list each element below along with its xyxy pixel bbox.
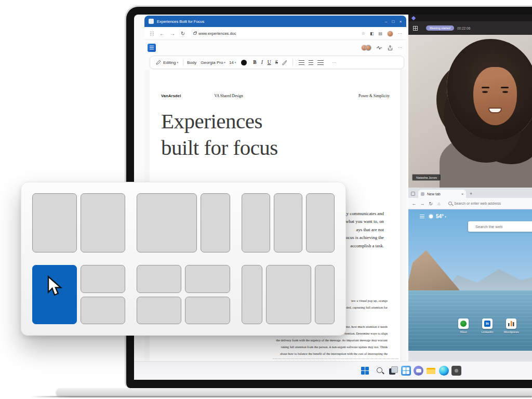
extensions-icon[interactable]: ◧ bbox=[370, 31, 374, 36]
doc-window-title: Experiences Built for Focus bbox=[157, 19, 204, 24]
forward-icon[interactable]: → bbox=[167, 31, 178, 36]
snap-cell[interactable] bbox=[81, 265, 125, 293]
home-icon[interactable]: ⌂ bbox=[435, 201, 443, 206]
widgets-button[interactable] bbox=[401, 366, 411, 376]
font-color-button[interactable] bbox=[241, 60, 247, 65]
marketing-screenshot: Experiences Built for Focus – □ × ← → ↻ … bbox=[0, 0, 532, 399]
tile-label: LinkedIn bbox=[476, 330, 499, 334]
align-icon[interactable] bbox=[317, 60, 324, 65]
chat-button[interactable] bbox=[414, 366, 423, 376]
editing-mode-button[interactable]: Editing bbox=[163, 60, 176, 65]
profile-avatar[interactable] bbox=[387, 31, 393, 37]
snap-cell[interactable] bbox=[201, 193, 230, 252]
snap-cell[interactable] bbox=[185, 297, 230, 325]
gallery-view-icon[interactable] bbox=[413, 26, 418, 31]
apps-grid-icon[interactable] bbox=[150, 31, 154, 35]
address-text[interactable]: www.experiences.doc bbox=[198, 31, 236, 36]
back-icon[interactable]: ← bbox=[157, 31, 167, 36]
snap-cell[interactable] bbox=[81, 193, 125, 252]
underline-button[interactable]: U bbox=[265, 60, 273, 65]
doc-appbar: ··· bbox=[144, 40, 406, 55]
snap-cell[interactable] bbox=[137, 193, 197, 252]
font-select[interactable]: Georgia Pro bbox=[201, 60, 223, 65]
web-searchbox[interactable] bbox=[468, 221, 532, 232]
collaborator-avatar[interactable] bbox=[365, 45, 371, 51]
snap-cell[interactable] bbox=[185, 265, 230, 293]
participant-name-tag: Natasha Jones bbox=[412, 174, 441, 181]
style-select[interactable]: Body bbox=[187, 60, 196, 65]
snap-cell[interactable] bbox=[315, 265, 335, 324]
menu-icon[interactable] bbox=[420, 215, 424, 218]
toolbar-more-icon[interactable]: ··· bbox=[332, 60, 336, 65]
browser-more-icon[interactable]: ··· bbox=[398, 31, 402, 36]
bold-button[interactable]: B bbox=[251, 60, 258, 65]
snap-cell[interactable] bbox=[81, 297, 125, 325]
share-icon[interactable] bbox=[387, 45, 393, 50]
snap-layout-side-center-side bbox=[242, 265, 335, 324]
activity-icon[interactable] bbox=[376, 45, 382, 50]
bullet-list-icon[interactable] bbox=[299, 60, 304, 65]
snap-layout-wide-narrow bbox=[137, 193, 230, 252]
refresh-icon[interactable]: ↻ bbox=[178, 31, 188, 36]
quick-link-tile-xbox[interactable] bbox=[458, 318, 469, 329]
browser-tab[interactable]: New tab × bbox=[418, 190, 466, 198]
numbered-list-icon[interactable] bbox=[309, 60, 313, 65]
tab-close-icon[interactable]: × bbox=[461, 192, 463, 196]
weather-widget[interactable]: 54° ▾ bbox=[420, 214, 446, 219]
start-button[interactable] bbox=[360, 366, 370, 376]
snap-layouts-panel bbox=[21, 182, 346, 336]
doc-text-line: rmine, how much attention it needs bbox=[342, 323, 388, 330]
search-button[interactable] bbox=[375, 366, 385, 376]
font-size-select[interactable]: 14 bbox=[229, 60, 234, 65]
pencil-icon bbox=[156, 60, 161, 65]
doc-window-titlebar[interactable]: Experiences Built for Focus – □ × bbox=[144, 16, 406, 27]
laptop-base-edge bbox=[30, 396, 532, 397]
snap-cell[interactable] bbox=[137, 265, 181, 293]
doc-text-line: ays that are not bbox=[356, 226, 384, 234]
quick-link-tile-linkedin[interactable]: in bbox=[482, 318, 493, 329]
strikethrough-button[interactable]: S bbox=[273, 60, 280, 65]
video-call-window: Meeting started 00:22:06 Natasha Jones bbox=[408, 15, 532, 188]
teams-icon bbox=[411, 16, 416, 20]
back-icon[interactable]: ← bbox=[410, 201, 418, 206]
snap-cell[interactable] bbox=[137, 297, 181, 325]
document-icon bbox=[149, 19, 154, 24]
collections-icon[interactable]: ▤ bbox=[378, 31, 382, 36]
teams-titlebar[interactable] bbox=[408, 15, 532, 21]
snap-cell[interactable] bbox=[242, 193, 270, 252]
snap-cell[interactable] bbox=[274, 193, 302, 252]
snap-layout-three-columns bbox=[242, 193, 335, 252]
doc-paragraph-mid: tes: a visual pop up, orangeeeded, captu… bbox=[343, 297, 388, 311]
new-tab-button[interactable]: + bbox=[470, 191, 472, 196]
tab-group-icon[interactable] bbox=[411, 192, 415, 196]
quick-link-tile-wordpress[interactable] bbox=[506, 318, 516, 329]
device-app-button[interactable] bbox=[451, 366, 461, 376]
app-more-icon[interactable]: ··· bbox=[398, 45, 402, 50]
snap-cell[interactable] bbox=[242, 265, 262, 324]
snap-layout-quad bbox=[137, 265, 230, 324]
formatting-toolbar: Editing ▾ Body Georgia Pro ▾ 14 ▾ B I U … bbox=[150, 56, 404, 69]
snap-cell[interactable] bbox=[306, 193, 335, 252]
favorites-icon[interactable]: ☆ bbox=[362, 31, 365, 36]
edge-button[interactable] bbox=[439, 366, 449, 376]
minimize-button[interactable]: – bbox=[382, 19, 390, 24]
browser-address-input[interactable] bbox=[454, 202, 516, 205]
refresh-icon[interactable]: ↻ bbox=[427, 201, 435, 206]
snap-cell[interactable] bbox=[32, 193, 77, 252]
web-search-input[interactable] bbox=[475, 224, 532, 229]
forward-icon[interactable]: → bbox=[418, 201, 427, 206]
browser-navbar: ← → ↻ ⌂ bbox=[408, 198, 532, 209]
ink-pen-icon[interactable] bbox=[282, 60, 287, 65]
file-explorer-button[interactable] bbox=[426, 366, 436, 376]
task-view-button[interactable] bbox=[389, 366, 398, 376]
snap-cell-selected[interactable] bbox=[32, 265, 77, 324]
italic-button[interactable]: I bbox=[258, 60, 265, 65]
laptop-base bbox=[56, 388, 532, 396]
chevron-down-icon: ▾ bbox=[177, 61, 178, 64]
word-app-icon[interactable] bbox=[148, 44, 156, 52]
tile-label: Xbox bbox=[452, 330, 475, 334]
snap-cell[interactable] bbox=[266, 265, 311, 324]
maximize-button[interactable]: □ bbox=[390, 19, 397, 24]
taskbar bbox=[134, 361, 532, 380]
close-button[interactable]: × bbox=[397, 19, 404, 24]
